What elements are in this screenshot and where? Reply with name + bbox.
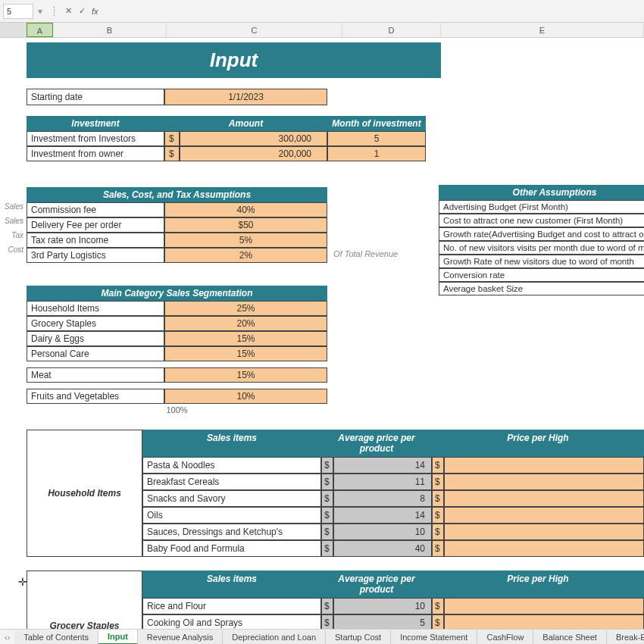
cell[interactable]: 5% [164,233,327,248]
cell[interactable]: Meat [27,367,164,383]
cell[interactable]: Delivery Fee per order [27,217,164,233]
cell[interactable]: Growth Rate of new visitors due to word … [439,255,644,268]
cell[interactable]: Commission fee [27,202,164,217]
cell[interactable]: $ [164,146,180,161]
cell[interactable]: 15% [164,331,327,346]
tab-balance-sheet[interactable]: Balance Sheet [533,630,607,644]
cell[interactable]: 15% [164,367,327,383]
cell[interactable]: Investment from Investors [27,131,164,146]
cell[interactable]: Conversion rate [439,268,644,282]
cell[interactable]: $ [321,490,333,507]
cell[interactable]: $ [164,131,180,146]
cell[interactable]: 11 [333,474,432,490]
cell[interactable]: Cooking Oil and Sprays [142,614,321,629]
cell[interactable]: Snacks and Savory [142,490,321,507]
cell[interactable]: 20% [164,316,327,331]
cell[interactable]: Baby Food and Formula [142,540,321,557]
starting-date-value[interactable]: 1/1/2023 [164,89,327,105]
other-assumptions: Other Assumptions Advertising Budget (Fi… [439,185,644,295]
cell[interactable]: $ [432,490,444,507]
cell[interactable]: $ [321,457,333,474]
cell[interactable]: Sauces, Dressings and Ketchup's [142,524,321,540]
fx-icon[interactable]: fx [92,7,98,16]
cancel-icon[interactable]: ✕ [61,6,75,16]
cell[interactable]: Oils [142,507,321,524]
cell[interactable]: Advertising Budget (First Month) [439,200,644,214]
cell[interactable]: $ [321,507,333,524]
name-box[interactable]: 5 [3,4,33,19]
cell[interactable]: $ [432,524,444,540]
tab-depreciation-loan[interactable]: Depreciation and Loan [223,630,326,644]
dropdown-icon[interactable]: ▾ [38,6,42,17]
cell[interactable]: $ [321,524,333,540]
cell[interactable]: 10% [164,389,327,404]
tab-break-even[interactable]: Break-Even Analysis [607,630,644,644]
cell[interactable]: No. of new visitors visits per month due… [439,241,644,255]
cell[interactable]: 300,000 [180,131,327,146]
cell[interactable]: 14 [333,457,432,474]
cell[interactable]: Personal Care [27,346,164,361]
tab-next-icon[interactable]: › [8,633,11,642]
cell[interactable]: 15% [164,346,327,361]
price-high-header: Price per High [432,430,644,457]
cell[interactable]: 10 [333,524,432,540]
cell[interactable] [444,524,644,540]
cell[interactable]: $ [432,474,444,490]
tab-input[interactable]: Input [98,630,138,645]
cell[interactable]: $ [321,540,333,557]
tab-table-of-contents[interactable]: Table of Contents [14,630,98,644]
cell[interactable]: $ [432,540,444,557]
cell[interactable]: Average basket Size [439,282,644,295]
cell[interactable]: $ [432,598,444,614]
tab-income-statement[interactable]: Income Statement [391,630,477,644]
cell[interactable]: 10 [333,598,432,614]
cell[interactable]: $ [321,614,333,629]
tab-revenue-analysis[interactable]: Revenue Analysis [138,630,223,644]
cell[interactable]: 3rd Party Logistics [27,248,164,263]
cell[interactable] [444,474,644,490]
cell[interactable]: $ [432,457,444,474]
cell[interactable] [444,490,644,507]
cell[interactable] [444,540,644,557]
worksheet[interactable]: Input Starting date 1/1/2023 Investment … [0,38,644,629]
select-all-corner[interactable] [0,23,27,37]
cell[interactable]: Household Items [27,301,164,316]
cell[interactable]: Grocery Staples [27,316,164,331]
cell[interactable]: 14 [333,507,432,524]
cell[interactable] [444,457,644,474]
cell[interactable]: $ [321,598,333,614]
cell[interactable]: 40 [333,540,432,557]
cell[interactable]: $ [432,507,444,524]
cell[interactable]: Fruits and Vegetables [27,389,164,404]
cell[interactable] [444,598,644,614]
col-header-e[interactable]: E [441,23,644,37]
cell[interactable] [444,507,644,524]
col-header-b[interactable]: B [53,23,167,37]
cell[interactable]: 2% [164,248,327,263]
col-header-a[interactable]: A [27,23,53,37]
cell[interactable]: $ [432,614,444,629]
confirm-icon[interactable]: ✓ [75,6,89,16]
cell[interactable]: 40% [164,202,327,217]
cell[interactable]: Cost to attract one new customer (First … [439,214,644,227]
col-header-d[interactable]: D [342,23,441,37]
cell[interactable]: 200,000 [180,146,327,161]
cell[interactable]: Dairy & Eggs [27,331,164,346]
cell[interactable]: Tax rate on Income [27,233,164,248]
cell[interactable]: $50 [164,217,327,233]
cell[interactable]: $ [321,474,333,490]
cell[interactable]: Growth rate(Advertising Budget and cost … [439,227,644,241]
cell[interactable]: 8 [333,490,432,507]
tab-cashflow[interactable]: CashFlow [477,630,533,644]
cell[interactable]: Breakfast Cereals [142,474,321,490]
cell[interactable]: Pasta & Noodles [142,457,321,474]
cell[interactable]: 25% [164,301,327,316]
col-header-c[interactable]: C [167,23,342,37]
tab-startup-cost[interactable]: Startup Cost [326,630,391,644]
cell[interactable]: Rice and Flour [142,598,321,614]
cell[interactable]: 5 [333,614,432,629]
cell[interactable]: 5 [327,131,426,146]
cell[interactable]: 1 [327,146,426,161]
cell[interactable]: Investment from owner [27,146,164,161]
cell[interactable] [444,614,644,629]
